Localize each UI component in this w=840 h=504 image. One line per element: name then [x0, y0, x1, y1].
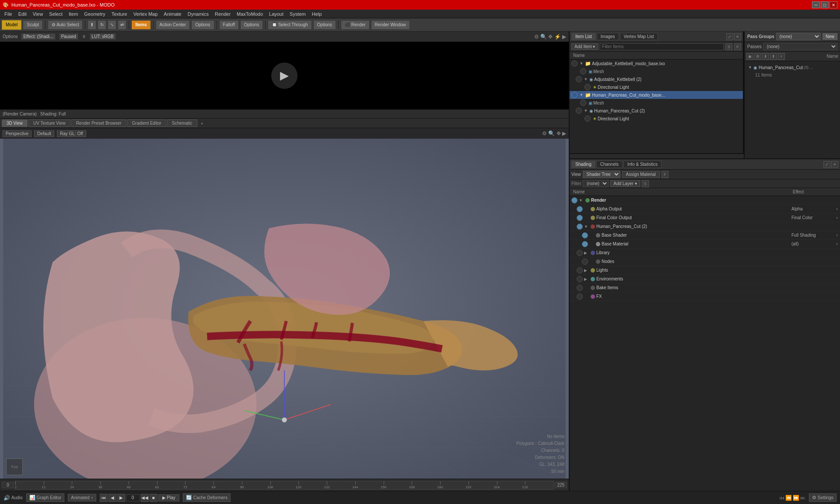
- maximize-button[interactable]: □: [821, 1, 829, 8]
- menu-maxtomodo[interactable]: MaxToModo: [234, 11, 266, 17]
- tab-3d-view[interactable]: 3D View: [2, 119, 28, 127]
- mirror-button[interactable]: ⇌: [118, 20, 126, 30]
- shader-eye-nodes[interactable]: [582, 259, 588, 265]
- eye-root2[interactable]: [571, 92, 578, 98]
- select-through-button[interactable]: 🔲 Select Through: [268, 20, 312, 30]
- viewport-3d[interactable]: Perspective Default Ray GL: Off ⚙ 🔍 ✥ ▶: [0, 128, 569, 479]
- shading-dropdown[interactable]: Default: [34, 130, 54, 137]
- filter-items-input[interactable]: [600, 43, 724, 50]
- filter-f-btn[interactable]: F: [734, 43, 741, 50]
- view-dropdown[interactable]: Shader Tree: [583, 171, 620, 178]
- frame-input[interactable]: [126, 494, 140, 501]
- expand-hpc[interactable]: ▼: [583, 108, 588, 113]
- tab-channels[interactable]: Channels: [596, 161, 623, 168]
- pass-groups-dropdown[interactable]: (none): [776, 33, 821, 40]
- auto-select-button[interactable]: ⚙ Auto Select: [48, 20, 83, 30]
- tab-shading[interactable]: Shading: [571, 161, 595, 168]
- cache-deformers-status[interactable]: 🔄 Cache Deformers: [183, 494, 231, 502]
- shader-item-library[interactable]: ▶ Library: [570, 248, 840, 257]
- filter-s-btn[interactable]: S: [725, 43, 732, 50]
- eye-dl1[interactable]: [584, 84, 591, 90]
- shader-item-lights[interactable]: ▶ Lights: [570, 266, 840, 275]
- tree-item-mesh1[interactable]: ▣ Mesh: [570, 67, 743, 75]
- tree-item-hpc[interactable]: ▼ ◉ Human_Pancreas_Cut (2): [570, 107, 743, 115]
- btn-prev-key[interactable]: ⏮: [100, 494, 108, 502]
- expand-btn-2[interactable]: ✕: [734, 33, 741, 40]
- passes-dropdown[interactable]: (none): [763, 43, 837, 50]
- groups-icon-1[interactable]: ◉: [746, 53, 753, 60]
- menu-dynamics[interactable]: Dynamics: [185, 11, 211, 17]
- menu-vertex-map[interactable]: Vertex Map: [131, 11, 161, 17]
- menu-animate[interactable]: Animate: [161, 11, 184, 17]
- shader-item-base-material[interactable]: Base Material (all) ▾: [570, 240, 840, 248]
- menu-help[interactable]: Help: [309, 11, 325, 17]
- rotate-button[interactable]: ↻: [98, 20, 106, 30]
- tree-item-mesh2[interactable]: ▣ Mesh: [570, 99, 743, 107]
- btn-prev-frame[interactable]: ◀: [108, 494, 116, 502]
- falloff-button[interactable]: Falloff: [219, 20, 239, 30]
- shader-eye-final[interactable]: [577, 215, 583, 221]
- menu-texture[interactable]: Texture: [109, 11, 130, 17]
- render-window-button[interactable]: Render Window: [371, 20, 410, 30]
- shader-eye-fx[interactable]: [577, 294, 583, 300]
- menu-select[interactable]: Select: [46, 11, 65, 17]
- timeline-ruler[interactable]: 0122436486072849610812013214415616818019…: [15, 481, 554, 490]
- shader-eye-render[interactable]: [571, 197, 578, 203]
- expand-environments[interactable]: ▶: [584, 277, 589, 281]
- shader-item-environments[interactable]: ▶ Environments: [570, 275, 840, 284]
- tab-uv-texture[interactable]: UV Texture View: [28, 119, 70, 127]
- filter-dropdown[interactable]: (none): [583, 180, 609, 187]
- items-button[interactable]: Items: [131, 20, 150, 30]
- expand-render[interactable]: ▼: [579, 198, 584, 203]
- shader-item-nodes[interactable]: Nodes: [570, 257, 840, 266]
- tree-item-root1[interactable]: ▼ 📁 Adjustable_Kettlebell_modo_base.lxo: [570, 60, 743, 67]
- expand-ak[interactable]: ▼: [583, 77, 588, 82]
- shader-eye-base-shader[interactable]: [582, 232, 588, 238]
- mode-model-button[interactable]: Model: [2, 20, 21, 30]
- shader-item-render[interactable]: ▼ Render: [570, 196, 840, 205]
- tree-item-root2[interactable]: ▼ 📁 Human_Pancreas_Cut_modo_base...: [570, 91, 743, 99]
- groups-icon-3[interactable]: ⬇: [762, 53, 769, 60]
- scale-button[interactable]: ⤡: [108, 20, 116, 30]
- action-center-button[interactable]: Action Center: [156, 20, 190, 30]
- eye-mesh1[interactable]: [580, 68, 586, 74]
- play-button[interactable]: ▶: [271, 63, 298, 89]
- menu-geometry[interactable]: Geometry: [81, 11, 108, 17]
- tab-schematic[interactable]: Schematic: [167, 119, 197, 127]
- groups-icon-5[interactable]: +: [778, 53, 785, 60]
- assign-material-button[interactable]: Assign Material: [622, 171, 660, 178]
- expand-root2[interactable]: ▼: [579, 92, 584, 98]
- shader-item-fx[interactable]: FX: [570, 292, 840, 301]
- eye-dl2[interactable]: [584, 116, 591, 122]
- groups-icon-2[interactable]: ⚙: [754, 53, 761, 60]
- tab-render-preset[interactable]: Render Preset Browser: [71, 119, 126, 127]
- audio-status[interactable]: 🔊 Audio: [4, 495, 23, 501]
- pass-groups-new-button[interactable]: New: [822, 33, 837, 40]
- animated-status[interactable]: Animated ▾: [68, 494, 96, 501]
- expand-hpc-mat[interactable]: ▼: [584, 224, 589, 229]
- expand-root1[interactable]: ▼: [579, 61, 584, 66]
- expand-btn-1[interactable]: ⤢: [726, 33, 733, 40]
- menu-file[interactable]: File: [2, 11, 15, 17]
- tab-item-list[interactable]: Item List: [571, 33, 596, 40]
- tab-vertex-map-list[interactable]: Vertex Map List: [620, 33, 658, 40]
- options1-button[interactable]: Options: [191, 20, 214, 30]
- tab-info-statistics[interactable]: Info & Statistics: [623, 161, 662, 168]
- graph-editor-status[interactable]: 📊 Graph Editor: [26, 494, 65, 502]
- shader-expand-btn[interactable]: ⤢: [823, 161, 830, 168]
- options2-button[interactable]: Options: [240, 20, 263, 30]
- frame-end[interactable]: 225: [555, 482, 567, 488]
- shader-item-base-shader[interactable]: Base Shader Full Shading ▾: [570, 231, 840, 240]
- eye-ak[interactable]: [576, 76, 582, 82]
- eye-root1[interactable]: [571, 60, 578, 66]
- menu-system[interactable]: System: [287, 11, 308, 17]
- expand-library[interactable]: ▶: [584, 251, 589, 255]
- shader-f2-badge[interactable]: S: [642, 180, 649, 187]
- f-key-badge[interactable]: F: [662, 171, 668, 178]
- close-button[interactable]: ✕: [830, 1, 837, 8]
- tree-item-dl2[interactable]: ☀ Directional Light: [570, 115, 743, 122]
- expand-lights[interactable]: ▶: [584, 268, 589, 273]
- btn-play[interactable]: ▶ Play: [158, 494, 179, 501]
- shader-item-bake-items[interactable]: Bake Items: [570, 284, 840, 292]
- menu-view[interactable]: View: [30, 11, 46, 17]
